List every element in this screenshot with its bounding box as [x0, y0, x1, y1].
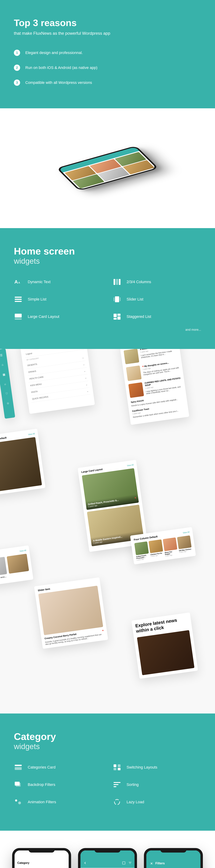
svg-rect-11 [15, 314, 22, 317]
svg-rect-4 [119, 279, 120, 285]
svg-rect-6 [15, 299, 22, 300]
back-icon[interactable] [83, 861, 87, 865]
svg-rect-37 [122, 862, 125, 864]
svg-rect-12 [15, 318, 22, 319]
search-icon[interactable]: ⌕ [2, 381, 8, 387]
app-header [80, 858, 135, 868]
grid-item[interactable]: amelo, Gold t, avoc...ears ago [0, 557, 8, 583]
columns-icon [113, 278, 121, 286]
heart-icon[interactable]: ♥ [102, 629, 104, 632]
list-icon [14, 295, 23, 304]
widget-item: Categories Card [14, 763, 102, 772]
widget-item: Sorting [113, 780, 201, 789]
two-column-mockup: nn DefaultView All amelo, Gold t, avoc..… [0, 545, 33, 586]
close-icon[interactable] [150, 862, 153, 865]
category-widgets-section: Category widgets Categories Card Switchi… [0, 713, 215, 831]
chevron-down-icon: ⌄ [84, 370, 86, 372]
widget-grid: Categories Card Switching Layouts Backdr… [14, 763, 201, 806]
svg-rect-2 [114, 279, 115, 285]
and-more-text: and more... [14, 328, 201, 332]
chevron-down-icon: ⌄ [83, 363, 85, 366]
widget-grid: Aᴀ Dynamic Text 2/3/4 Columns Simple Lis… [14, 278, 201, 321]
svg-rect-10 [120, 298, 120, 301]
svg-point-29 [18, 802, 21, 804]
backdrop-icon [14, 780, 23, 789]
phone-mockup-grid [78, 848, 137, 868]
svg-rect-5 [15, 297, 22, 298]
widget-label: Switching Layouts [127, 765, 157, 770]
chevron-down-icon: ⌄ [82, 356, 84, 359]
widget-label: 2/3/4 Columns [127, 280, 151, 284]
widget-label: Animation Filters [28, 800, 56, 804]
animation-icon [14, 798, 23, 806]
widget-item: Slider List [113, 295, 201, 304]
svg-point-28 [15, 799, 17, 802]
svg-point-30 [114, 799, 120, 805]
svg-rect-15 [114, 318, 117, 319]
card-item[interactable]: Grilled Peach, Prosciutto &...♥2 years a… [82, 468, 139, 510]
svg-rect-27 [114, 786, 116, 787]
layout-icon[interactable] [122, 861, 126, 865]
grid-item[interactable]: Old Bay Chicken2 years ago [177, 535, 192, 555]
svg-rect-19 [114, 764, 116, 767]
page-title: Category [17, 861, 29, 865]
svg-rect-22 [118, 768, 120, 770]
svg-rect-25 [114, 782, 120, 783]
mockups-collage: My Wishlist Logout BY CATEGORY DESERTS⌄ … [0, 349, 215, 713]
grid-icon[interactable]: ▦ [1, 372, 7, 377]
home-widgets-subtitle: widgets [14, 257, 201, 266]
svg-rect-3 [116, 279, 118, 285]
cards-icon [14, 763, 23, 772]
top-reasons-title: Top 3 reasons [14, 18, 201, 28]
heart-icon: ♥ [142, 365, 144, 368]
chevron-down-icon: ⌄ [84, 376, 87, 379]
grid-item[interactable]: Sheet Pan Supper2 years ago [163, 537, 178, 557]
chevron-down-icon: ⌄ [86, 390, 88, 393]
reason-number: 3 [14, 80, 20, 86]
text-size-icon: Aᴀ [14, 278, 23, 286]
widget-label: Slider List [127, 297, 143, 302]
explore-mockup: Explore latest news within a click [132, 613, 198, 679]
drawer-mockup: My Wishlist Logout BY CATEGORY DESERTS⌄ … [20, 349, 95, 414]
category-widgets-title: Category [14, 731, 201, 742]
widget-label: Backdrop Filters [28, 782, 55, 787]
view-all-link[interactable]: View All [127, 464, 134, 467]
filter-icon[interactable] [128, 861, 132, 865]
category-widgets-subtitle: widgets [14, 742, 201, 751]
widget-label: Sorting [127, 782, 139, 787]
svg-rect-9 [114, 298, 114, 301]
top-reasons-subtitle: that make FluxNews as the powerful Wordp… [14, 31, 201, 36]
home-widgets-section: Home screen widgets Aᴀ Dynamic Text 2/3/… [0, 228, 215, 349]
widget-item: Lazy Load [113, 798, 201, 806]
reason-number: 1 [14, 50, 20, 56]
view-all-link[interactable]: View All [28, 433, 35, 436]
home-icon[interactable]: ⌂ [0, 362, 5, 368]
svg-rect-17 [15, 765, 22, 766]
view-all-link[interactable]: View All [20, 549, 26, 552]
grid-item[interactable]: Grilled Peach, Prosciutto...2 years ago [134, 541, 150, 561]
svg-text:ᴀ: ᴀ [18, 281, 20, 284]
phone-3d-mockup [47, 129, 168, 207]
widget-label: Large Card Layout [28, 314, 59, 319]
view-all-link[interactable]: View All [183, 531, 190, 534]
svg-text:A: A [14, 279, 18, 284]
sort-icon [113, 780, 121, 789]
menu-icon[interactable]: ☰ [0, 352, 4, 358]
reason-text: Compatible with all Wordpress versions [25, 81, 92, 85]
widget-item: Animation Filters [14, 798, 102, 806]
svg-rect-20 [118, 764, 120, 767]
staggered-icon [113, 312, 121, 321]
svg-rect-24 [15, 782, 20, 785]
svg-rect-21 [114, 768, 116, 770]
user-icon[interactable]: ☺ [5, 401, 11, 406]
svg-rect-7 [15, 301, 22, 302]
lazy-icon [113, 798, 121, 806]
phone-mockup-category-list: Category DESERTS DRINKS HEALTH CARE KIDS… [12, 848, 71, 868]
top-reasons-section: Top 3 reasons that make FluxNews as the … [0, 0, 215, 108]
phone-3d-section [0, 108, 215, 228]
svg-rect-16 [117, 316, 120, 319]
grid-item[interactable]: Chicken Pot Pie2 years ago [149, 539, 164, 559]
widget-item: Aᴀ Dynamic Text [14, 278, 102, 286]
grid-item[interactable] [7, 554, 30, 580]
heart-icon[interactable]: ♡ [4, 391, 9, 397]
